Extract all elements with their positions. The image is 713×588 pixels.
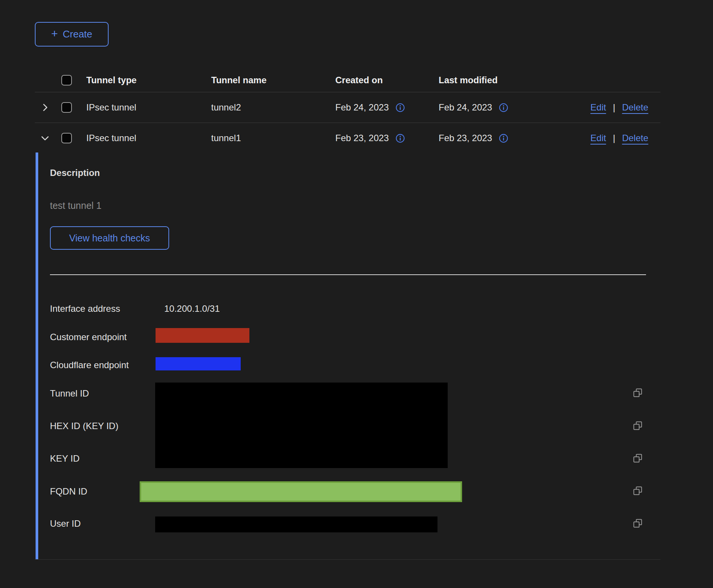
chevron-down-icon[interactable] bbox=[40, 133, 50, 143]
header-tunnel-name: Tunnel name bbox=[211, 75, 335, 86]
interface-address-value: 10.200.1.0/31 bbox=[164, 303, 220, 314]
cloudflare-endpoint-label: Cloudflare endpoint bbox=[50, 360, 129, 370]
copy-icon[interactable] bbox=[633, 486, 643, 496]
chevron-right-icon[interactable] bbox=[40, 102, 50, 113]
tunnels-page: + Create Tunnel type Tunnel name Created… bbox=[0, 0, 713, 588]
header-tunnel-type: Tunnel type bbox=[86, 75, 211, 86]
last-modified-cell: Feb 24, 2023 bbox=[439, 102, 492, 113]
created-on-cell: Feb 23, 2023 bbox=[335, 133, 389, 143]
tunnel-id-redacted-value bbox=[155, 383, 448, 468]
action-separator: | bbox=[613, 133, 615, 143]
copy-icon[interactable] bbox=[633, 453, 643, 463]
cloudflare-endpoint-redacted-value bbox=[156, 357, 241, 370]
copy-icon[interactable] bbox=[633, 421, 643, 431]
info-icon[interactable] bbox=[499, 134, 508, 143]
customer-endpoint-label: Customer endpoint bbox=[50, 332, 127, 342]
key-id-label: KEY ID bbox=[50, 453, 79, 464]
create-button-label: Create bbox=[63, 28, 92, 40]
view-health-checks-button[interactable]: View health checks bbox=[50, 226, 169, 250]
fqdn-id-redacted-value bbox=[140, 481, 462, 502]
create-button[interactable]: + Create bbox=[35, 22, 109, 47]
table-row: IPsec tunnel tunnel2 Feb 24, 2023 Feb 24… bbox=[35, 92, 660, 123]
user-id-label: User ID bbox=[50, 518, 81, 529]
edit-link[interactable]: Edit bbox=[590, 133, 606, 143]
hex-id-label: HEX ID (KEY ID) bbox=[50, 421, 118, 431]
header-created-on: Created on bbox=[335, 75, 439, 86]
table-header-row: Tunnel type Tunnel name Created on Last … bbox=[35, 68, 660, 92]
tunnel-detail-panel: Description test tunnel 1 View health ch… bbox=[35, 152, 660, 560]
delete-link[interactable]: Delete bbox=[622, 102, 648, 113]
select-all-checkbox[interactable] bbox=[61, 75, 72, 86]
section-divider bbox=[50, 274, 646, 275]
table-row: IPsec tunnel tunnel1 Feb 23, 2023 Feb 23… bbox=[35, 123, 660, 153]
user-id-redacted-value bbox=[155, 516, 437, 532]
tunnel-name-cell: tunnel1 bbox=[211, 133, 335, 143]
copy-icon[interactable] bbox=[633, 518, 643, 528]
info-icon[interactable] bbox=[395, 134, 405, 143]
tunnel-type-cell: IPsec tunnel bbox=[86, 102, 211, 113]
plus-icon: + bbox=[51, 28, 58, 39]
interface-address-label: Interface address bbox=[50, 303, 120, 314]
action-separator: | bbox=[613, 102, 615, 113]
edit-link[interactable]: Edit bbox=[590, 102, 606, 113]
last-modified-cell: Feb 23, 2023 bbox=[439, 133, 492, 143]
info-icon[interactable] bbox=[395, 103, 405, 112]
row-checkbox[interactable] bbox=[61, 102, 72, 113]
delete-link[interactable]: Delete bbox=[622, 133, 648, 143]
tunnel-type-cell: IPsec tunnel bbox=[86, 133, 211, 143]
tunnel-name-cell: tunnel2 bbox=[211, 102, 335, 113]
created-on-cell: Feb 24, 2023 bbox=[335, 102, 389, 113]
fqdn-id-label: FQDN ID bbox=[50, 486, 87, 497]
tunnels-table: Tunnel type Tunnel name Created on Last … bbox=[35, 68, 660, 153]
description-label: Description bbox=[50, 168, 100, 178]
expanded-row-indicator-bar bbox=[36, 152, 38, 559]
customer-endpoint-redacted-value bbox=[156, 328, 249, 343]
header-last-modified: Last modified bbox=[439, 75, 543, 86]
copy-icon[interactable] bbox=[633, 388, 643, 398]
tunnel-id-label: Tunnel ID bbox=[50, 388, 89, 399]
info-icon[interactable] bbox=[499, 103, 508, 112]
description-value: test tunnel 1 bbox=[50, 200, 101, 211]
row-checkbox[interactable] bbox=[61, 133, 72, 143]
